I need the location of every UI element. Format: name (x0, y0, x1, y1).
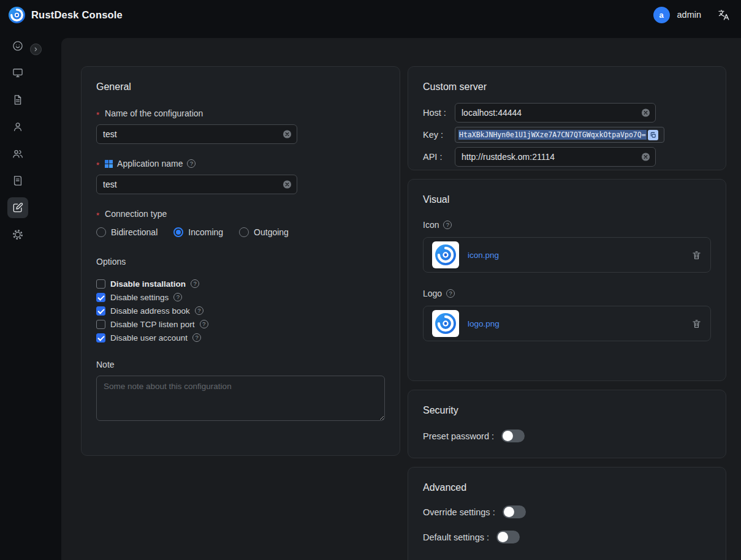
api-label: API : (423, 152, 455, 162)
advanced-card: Advanced Override settings : Default set… (408, 467, 726, 560)
sidebar-item-address-books[interactable] (7, 170, 28, 191)
sidebar-item-devices[interactable] (7, 62, 28, 83)
sidebar-item-users[interactable] (7, 116, 28, 137)
sidebar-item-groups[interactable] (7, 143, 28, 164)
top-navbar: RustDesk Console a admin (0, 0, 741, 29)
server-key-field[interactable]: HtaXBkJNHyn0e1U1jWXze7A7CN7QTGWqxkOtpaVp… (455, 127, 664, 143)
clear-icon[interactable] (641, 108, 650, 118)
preset-password-label: Preset password : (423, 431, 494, 441)
default-settings-label: Default settings : (423, 532, 489, 542)
radio-control[interactable] (239, 227, 249, 237)
radio-outgoing[interactable]: Outgoing (239, 227, 289, 237)
smiley-icon (12, 40, 24, 52)
chevron-right-icon (32, 46, 39, 53)
user-icon (12, 121, 24, 133)
sidebar (0, 29, 36, 560)
app-name-label: * Application name ? (96, 159, 385, 168)
visual-title: Visual (423, 194, 711, 205)
clear-icon[interactable] (641, 153, 650, 162)
visual-card: Visual Icon ? (408, 179, 726, 381)
checkbox-control[interactable] (96, 333, 105, 342)
app-name-input[interactable] (96, 175, 297, 194)
host-input[interactable] (455, 103, 656, 123)
logo-file-link[interactable]: logo.png (468, 319, 500, 328)
logo-file-preview (432, 310, 459, 337)
logo-label: Logo ? (423, 289, 711, 298)
checkbox-control[interactable] (96, 306, 105, 316)
document-icon (12, 94, 24, 106)
override-settings-label: Override settings : (423, 507, 495, 517)
radio-control[interactable] (96, 227, 106, 237)
config-name-label: * Name of the configuration (96, 108, 385, 118)
sidebar-item-dashboard[interactable] (7, 36, 28, 56)
connection-type-label: * Connection type (96, 209, 385, 219)
option-disable-installation[interactable]: Disable installation ? (96, 279, 385, 289)
host-label: Host : (423, 108, 455, 118)
radio-control[interactable] (173, 227, 183, 237)
note-label: Note (96, 360, 385, 369)
help-icon[interactable]: ? (195, 306, 203, 315)
security-title: Security (423, 405, 711, 416)
sidebar-item-custom-clients[interactable] (7, 197, 28, 218)
copy-icon[interactable] (648, 130, 658, 140)
help-icon[interactable]: ? (200, 320, 208, 328)
icon-label: Icon ? (423, 220, 711, 230)
help-icon[interactable]: ? (443, 221, 452, 229)
help-icon[interactable]: ? (173, 293, 182, 301)
rustdesk-logo-icon (9, 7, 25, 23)
checkbox-control[interactable] (96, 293, 105, 302)
trash-icon[interactable] (691, 250, 702, 260)
gear-icon (12, 229, 24, 241)
radio-incoming[interactable]: Incoming (173, 227, 223, 237)
radio-bidirectional[interactable]: Bidirectional (96, 227, 158, 237)
note-textarea[interactable] (96, 376, 385, 421)
user-name[interactable]: admin (677, 10, 702, 20)
main-content: General * Name of the configuration * (61, 38, 741, 560)
icon-file-link[interactable]: icon.png (468, 251, 499, 260)
checkbox-control[interactable] (96, 279, 105, 289)
users-icon (12, 148, 24, 160)
icon-file-box: icon.png (423, 237, 711, 273)
key-label: Key : (423, 130, 455, 140)
monitor-icon (12, 67, 24, 79)
custom-server-title: Custom server (423, 81, 711, 93)
option-disable-address-book[interactable]: Disable address book ? (96, 306, 385, 316)
options-list: Disable installation ? Disable settings … (96, 279, 385, 342)
app-title: RustDesk Console (31, 9, 123, 21)
edit-square-icon (12, 202, 24, 214)
security-card: Security Preset password : (408, 390, 726, 458)
default-settings-toggle[interactable] (496, 531, 520, 543)
option-disable-tcp-listen-port[interactable]: Disable TCP listen port ? (96, 319, 385, 329)
general-card: General * Name of the configuration * (81, 66, 400, 456)
config-name-input[interactable] (96, 124, 297, 144)
clear-icon[interactable] (283, 130, 292, 139)
custom-server-card: Custom server Host : Key : H (408, 66, 726, 170)
api-input[interactable] (455, 147, 656, 167)
checkbox-control[interactable] (96, 320, 105, 329)
sidebar-item-settings[interactable] (7, 224, 28, 245)
help-icon[interactable]: ? (187, 159, 196, 168)
preset-password-toggle[interactable] (501, 429, 525, 442)
server-key-value[interactable]: HtaXBkJNHyn0e1U1jWXze7A7CN7QTGWqxkOtpaVp… (458, 130, 647, 140)
help-icon[interactable]: ? (192, 333, 201, 342)
option-disable-user-account[interactable]: Disable user account ? (96, 333, 385, 342)
brand: RustDesk Console (9, 7, 123, 23)
icon-file-preview (432, 241, 459, 268)
help-icon[interactable]: ? (446, 289, 455, 298)
book-icon (12, 175, 24, 187)
help-icon[interactable]: ? (191, 279, 199, 288)
option-disable-settings[interactable]: Disable settings ? (96, 292, 385, 302)
logo-file-box: logo.png (423, 306, 711, 341)
required-asterisk: * (96, 161, 99, 170)
options-label: Options (96, 257, 385, 267)
user-avatar[interactable]: a (653, 7, 670, 23)
connection-type-group: Bidirectional Incoming Outgoing (96, 227, 385, 237)
sidebar-item-audit[interactable] (7, 89, 28, 110)
required-asterisk: * (96, 211, 99, 220)
override-settings-toggle[interactable] (503, 505, 526, 518)
sidebar-collapse-button[interactable] (30, 44, 42, 55)
required-asterisk: * (96, 110, 99, 119)
clear-icon[interactable] (283, 180, 292, 189)
translate-icon[interactable] (717, 9, 730, 21)
trash-icon[interactable] (691, 319, 702, 329)
